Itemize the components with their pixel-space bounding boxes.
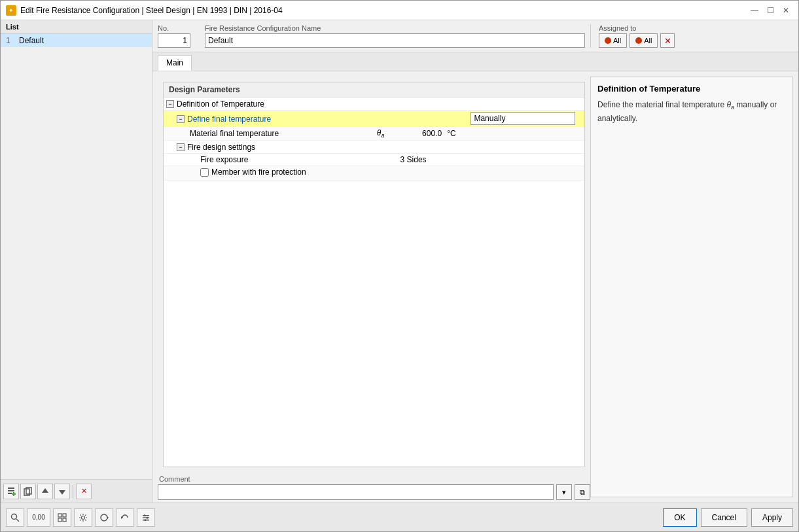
flip-button[interactable] [95, 508, 113, 527]
table-row: Material final temperature θa 600.0 °C [164, 127, 584, 141]
toolbar-left: 0,00 [6, 508, 660, 527]
config-no-section: No. [158, 24, 197, 48]
mat-temp-unit: °C [447, 129, 455, 138]
params-container: Design Parameters − Definition of Temper… [158, 77, 590, 503]
config-tool-button[interactable] [137, 508, 155, 527]
definition-text: Define the material final temperature θa… [597, 99, 786, 124]
close-button[interactable]: ✕ [779, 3, 793, 18]
toolbar-separator [73, 485, 73, 498]
design-params-panel: Design Parameters − Definition of Temper… [163, 82, 585, 467]
list-toolbar: ✕ [1, 479, 152, 503]
row-label-1: Define final temperature [187, 115, 271, 124]
collapse-fire-design-btn[interactable]: − [177, 143, 185, 151]
svg-marker-7 [42, 488, 48, 493]
no-input[interactable] [158, 33, 190, 48]
list-item-label: Default [19, 36, 44, 45]
comment-input-row: ▾ ⧉ [158, 484, 590, 500]
tab-main[interactable]: Main [158, 55, 192, 71]
svg-rect-1 [8, 490, 14, 491]
svg-line-10 [16, 519, 19, 522]
config-name-select[interactable]: Default [205, 33, 585, 48]
assigned-icon1 [605, 37, 611, 44]
svg-marker-8 [59, 490, 65, 495]
row-label-3: Fire design settings [187, 143, 255, 152]
tab-bar: Main [152, 52, 798, 71]
svg-marker-16 [107, 516, 109, 519]
main-area: Design Parameters − Definition of Temper… [152, 71, 798, 503]
maximize-button[interactable]: ☐ [763, 3, 777, 18]
svg-rect-0 [8, 488, 14, 489]
svg-rect-12 [63, 514, 66, 517]
table-row: − Define final temperature [164, 111, 584, 127]
params-table: − Definition of Temperature [164, 98, 584, 181]
search-tool-button[interactable] [6, 508, 24, 527]
add-item-button[interactable] [3, 484, 19, 499]
window-controls: — ☐ ✕ [747, 3, 793, 18]
row-label-5: Member with fire protection [211, 168, 306, 177]
left-panel: List 1 Default [1, 20, 152, 503]
theta-inline: θa [726, 100, 734, 109]
no-label: No. [158, 24, 197, 32]
comment-edit-button[interactable]: ⧉ [575, 484, 590, 500]
list-header: List [1, 20, 152, 34]
comment-expand-button[interactable]: ▾ [556, 484, 572, 500]
list-area: 1 Default [1, 34, 152, 479]
fire-protection-checkbox[interactable] [200, 168, 209, 177]
svg-point-21 [144, 514, 146, 516]
assigned-icon2 [635, 37, 642, 44]
list-item[interactable]: 1 Default [1, 34, 152, 47]
definition-title: Definition of Temperature [597, 84, 786, 94]
bottom-toolbar: 0,00 OK Cancel Apply [1, 503, 798, 531]
definition-panel: Definition of Temperature Define the mat… [590, 77, 793, 497]
mat-temp-value: 600.0 [422, 129, 442, 138]
table-row: − Fire design settings [164, 141, 584, 154]
config-name-section: Fire Resistance Configuration Name Defau… [205, 24, 585, 48]
settings-tool-button[interactable] [74, 508, 92, 527]
assigned-all2-label: All [644, 37, 652, 44]
cancel-button[interactable]: Cancel [701, 508, 747, 527]
row-label-0: Definition of Temperature [177, 99, 264, 109]
assigned-clear-button[interactable]: ✕ [660, 33, 675, 48]
theta-symbol: θa [377, 128, 385, 137]
comment-input[interactable] [158, 484, 554, 500]
value-display-button[interactable]: 0,00 [27, 508, 50, 527]
fire-exposure-value: 3 Sides [400, 155, 427, 164]
row-label-2: Material final temperature [166, 129, 279, 138]
svg-rect-14 [63, 518, 66, 522]
assigned-all1-button[interactable]: All [599, 33, 627, 48]
assigned-row: All All ✕ [599, 33, 793, 48]
window-title: Edit Fire Resistance Configuration | Ste… [20, 6, 743, 15]
assigned-all2-button[interactable]: All [630, 33, 658, 48]
assigned-all1-label: All [613, 37, 621, 44]
minimize-button[interactable]: — [747, 3, 762, 18]
app-icon: ✦ [6, 5, 16, 16]
main-content: List 1 Default [1, 20, 798, 503]
list-item-number: 1 [6, 36, 16, 45]
name-row: Default [205, 33, 585, 48]
collapse-define-btn[interactable]: − [177, 115, 185, 123]
config-header: No. Fire Resistance Configuration Name D… [152, 20, 798, 52]
assigned-panel: Assigned to All All ✕ [590, 24, 793, 48]
collapse-definition-btn[interactable]: − [166, 100, 174, 108]
svg-rect-13 [58, 518, 62, 522]
design-params-header: Design Parameters [164, 82, 584, 98]
svg-point-15 [82, 516, 85, 519]
svg-rect-11 [58, 514, 62, 517]
name-label: Fire Resistance Configuration Name [205, 24, 585, 32]
delete-item-button[interactable]: ✕ [76, 484, 92, 499]
undo-button[interactable] [116, 508, 134, 527]
grid-button[interactable] [53, 508, 71, 527]
svg-point-22 [147, 516, 149, 518]
comment-section: Comment ▾ ⧉ [158, 472, 590, 503]
define-temperature-dropdown[interactable]: Manually Analytically [471, 112, 575, 125]
svg-rect-2 [8, 493, 12, 494]
main-window: ✦ Edit Fire Resistance Configuration | S… [0, 0, 799, 532]
move-down-button[interactable] [54, 484, 70, 499]
svg-point-23 [145, 519, 147, 521]
copy-item-button[interactable] [20, 484, 36, 499]
table-row: Member with fire protection [164, 166, 584, 181]
move-up-button[interactable] [37, 484, 53, 499]
assigned-label: Assigned to [599, 24, 793, 32]
ok-button[interactable]: OK [663, 508, 696, 527]
apply-button[interactable]: Apply [751, 508, 793, 527]
